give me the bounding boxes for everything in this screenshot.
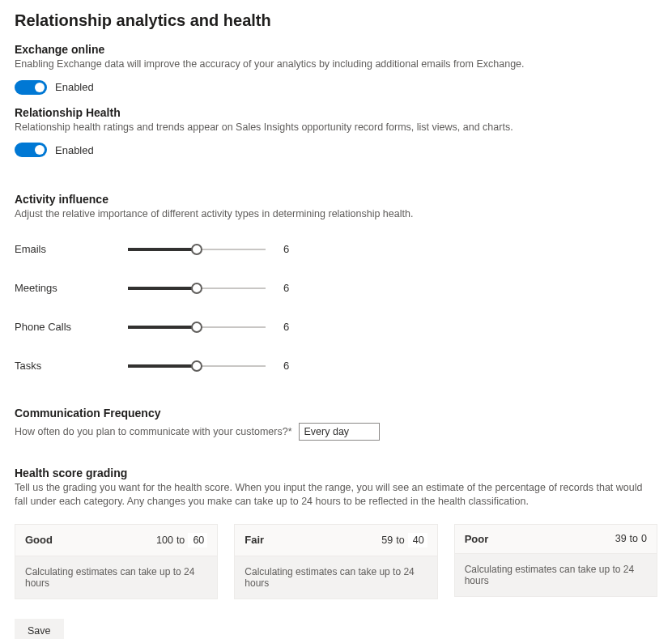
slider-track[interactable]	[128, 360, 266, 372]
grade-estimate: Calculating estimates can take up to 24 …	[15, 556, 218, 599]
slider-thumb[interactable]	[191, 244, 202, 255]
activity-influence-desc: Adjust the relative importance of differ…	[15, 207, 657, 222]
grade-card: Fair59 to 40Calculating estimates can ta…	[234, 524, 437, 599]
communication-frequency-select[interactable]: Every day	[299, 423, 380, 441]
exchange-heading: Exchange online	[15, 43, 657, 56]
grade-card: Poor39 to 0Calculating estimates can tak…	[454, 524, 657, 599]
grade-name: Good	[25, 534, 53, 546]
slider-value: 6	[283, 360, 289, 372]
communication-frequency-heading: Communication Frequency	[15, 407, 657, 420]
grade-to[interactable]: 60	[188, 533, 207, 547]
grade-range: 39 to 0	[615, 533, 647, 544]
health-grading-heading: Health score grading	[15, 466, 657, 479]
exchange-desc: Enabling Exchange data will improve the …	[15, 58, 657, 72]
slider-track[interactable]	[128, 283, 266, 294]
slider-thumb[interactable]	[191, 283, 202, 294]
grade-from: 100	[156, 535, 173, 546]
slider-row: Tasks6	[15, 347, 657, 386]
grade-range: 100 to 60	[156, 533, 207, 547]
relationship-health-toggle-label: Enabled	[55, 144, 94, 156]
relationship-health-toggle[interactable]	[15, 143, 47, 157]
grade-to-word: to	[630, 533, 638, 544]
grade-to: 0	[641, 533, 647, 544]
exchange-toggle-label: Enabled	[55, 81, 94, 93]
grade-name: Poor	[465, 533, 489, 545]
slider-label: Phone Calls	[15, 321, 128, 333]
slider-value: 6	[283, 321, 289, 333]
health-grading-desc: Tell us the grading you want for the hea…	[15, 481, 657, 509]
slider-row: Meetings6	[15, 269, 657, 308]
grade-to-word: to	[177, 535, 185, 546]
grade-to-word: to	[396, 535, 404, 546]
slider-thumb[interactable]	[191, 322, 202, 333]
relationship-health-heading: Relationship Health	[15, 106, 657, 119]
grade-to[interactable]: 40	[408, 533, 427, 547]
slider-track[interactable]	[128, 244, 266, 255]
slider-row: Phone Calls6	[15, 308, 657, 347]
grade-header: Poor39 to 0	[454, 524, 657, 553]
grade-estimate: Calculating estimates can take up to 24 …	[454, 553, 657, 597]
page-title: Relationship analytics and health	[15, 11, 657, 30]
slider-thumb[interactable]	[191, 360, 202, 372]
communication-frequency-label: How often do you plan to communicate wit…	[15, 426, 292, 437]
grade-header: Fair59 to 40	[234, 524, 437, 556]
activity-influence-heading: Activity influence	[15, 193, 657, 206]
grade-from: 39	[615, 533, 627, 544]
slider-label: Meetings	[15, 282, 128, 294]
slider-track[interactable]	[128, 322, 266, 333]
relationship-health-desc: Relationship health ratings and trends a…	[15, 121, 657, 135]
slider-label: Tasks	[15, 360, 128, 372]
slider-value: 6	[283, 243, 289, 255]
save-button[interactable]: Save	[15, 619, 64, 640]
slider-value: 6	[283, 282, 289, 294]
slider-label: Emails	[15, 243, 128, 255]
exchange-toggle[interactable]	[15, 80, 47, 95]
grade-name: Fair	[245, 534, 264, 546]
grade-card: Good100 to 60Calculating estimates can t…	[15, 524, 218, 599]
grade-range: 59 to 40	[381, 533, 427, 547]
grade-estimate: Calculating estimates can take up to 24 …	[234, 556, 437, 599]
slider-row: Emails6	[15, 230, 657, 269]
grade-header: Good100 to 60	[15, 524, 218, 556]
grade-from: 59	[381, 535, 393, 546]
